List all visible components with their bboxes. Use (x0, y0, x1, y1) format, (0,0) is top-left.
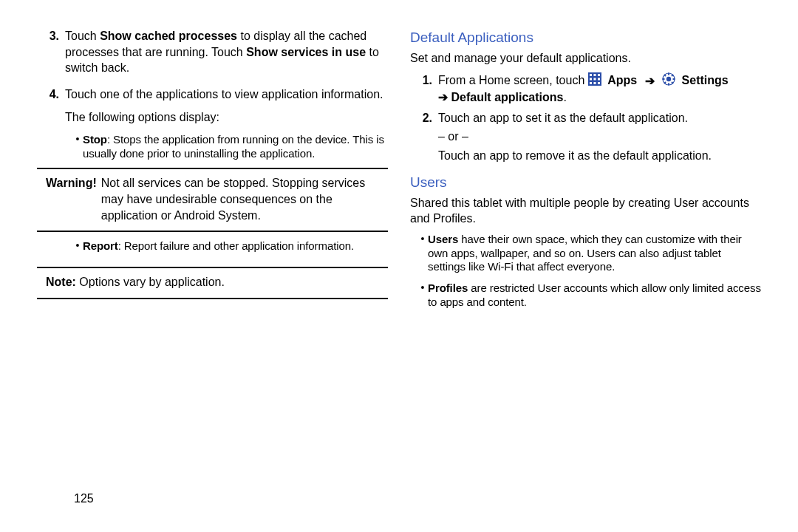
options-intro: The following options display: (65, 109, 388, 126)
svg-rect-4 (590, 78, 592, 80)
heading-users: Users (410, 174, 761, 191)
step-1: 1. From a Home screen, touch Apps ➔ (410, 72, 761, 106)
apps-grid-icon (588, 72, 601, 90)
heading-default-applications: Default Applications (410, 30, 761, 46)
bold-text: Show cached processes (100, 30, 237, 42)
page-number: 125 (74, 492, 94, 505)
bullet-text: : Report failure and other application i… (118, 239, 354, 252)
bullet-label: Stop (83, 133, 107, 146)
svg-rect-6 (598, 78, 600, 80)
list-number: 4. (37, 86, 59, 103)
arrow-icon: ➔ (645, 73, 655, 89)
svg-rect-7 (590, 82, 592, 84)
bullet-text: : Stops the application from running on … (83, 133, 384, 160)
svg-rect-9 (598, 82, 600, 84)
bullet-dot: • (72, 239, 83, 253)
bullet-dot: • (72, 133, 83, 161)
bullet-text: are restricted User accounts which allow… (428, 282, 761, 308)
svg-rect-8 (593, 82, 596, 84)
or-text: – or – (438, 129, 761, 145)
text: From a Home screen, touch (438, 74, 588, 86)
svg-rect-5 (593, 78, 596, 80)
svg-rect-2 (593, 74, 596, 76)
settings-gear-icon (662, 72, 675, 90)
default-apps-label: Default applications (451, 91, 563, 103)
svg-line-19 (672, 75, 673, 76)
list-number: 2. (410, 110, 432, 164)
text: Touch (65, 30, 100, 42)
list-item-3: 3. Touch Show cached processes to displa… (37, 28, 388, 76)
bullet-users: • Users have their own space, which they… (417, 233, 761, 274)
svg-line-18 (664, 82, 666, 83)
arrow-text: ➔ (438, 91, 451, 103)
warning-text: Not all services can be stopped. Stoppin… (101, 175, 388, 223)
apps-label: Apps (607, 74, 637, 86)
bullet-dot: • (417, 282, 428, 310)
bullet-text: have their own space, which they can cus… (428, 233, 742, 273)
list-number: 3. (37, 28, 59, 76)
note-block: Note: Options vary by application. (46, 274, 388, 290)
right-column: Default Applications Set and manage your… (410, 28, 761, 502)
svg-point-11 (666, 76, 671, 81)
left-column: 3. Touch Show cached processes to displa… (37, 28, 388, 502)
bullet-label: Users (428, 233, 458, 245)
horizontal-rule (37, 298, 388, 299)
intro-text: Shared this tablet with multiple people … (410, 195, 761, 227)
text: . (563, 91, 566, 103)
bold-text: Show services in use (246, 46, 366, 58)
bullet-stop: • Stop: Stops the application from runni… (72, 133, 388, 161)
text: Touch an app to remove it as the default… (438, 148, 761, 164)
svg-rect-3 (598, 74, 600, 76)
list-number: 1. (410, 72, 432, 106)
horizontal-rule (37, 231, 388, 232)
step-2: 2. Touch an app to set it as the default… (410, 110, 761, 164)
warning-label: Warning! (46, 177, 97, 189)
bullet-dot: • (417, 233, 428, 274)
note-label: Note: (46, 276, 76, 288)
warning-block: Warning! Not all services can be stopped… (37, 175, 388, 223)
horizontal-rule (37, 267, 388, 268)
intro-text: Set and manage your default applications… (410, 50, 761, 66)
bullet-label: Profiles (428, 282, 468, 294)
bullet-report: • Report: Report failure and other appli… (72, 239, 388, 253)
list-item-4: 4. Touch one of the applications to view… (37, 86, 388, 103)
settings-label: Settings (682, 74, 729, 86)
svg-line-16 (664, 75, 666, 76)
svg-rect-1 (590, 74, 592, 76)
text: Touch one of the applications to view ap… (65, 86, 388, 103)
svg-line-17 (672, 82, 673, 83)
horizontal-rule (37, 168, 388, 169)
bullet-profiles: • Profiles are restricted User accounts … (417, 282, 761, 310)
note-text: Options vary by application. (76, 276, 225, 288)
bullet-label: Report (83, 239, 118, 252)
text: Touch an app to set it as the default ap… (438, 110, 761, 126)
